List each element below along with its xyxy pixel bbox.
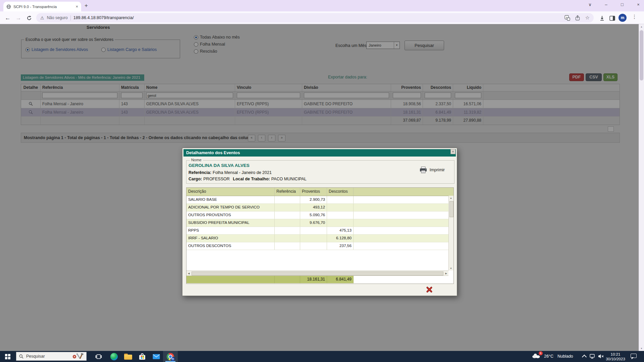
tab-close-icon[interactable]: × <box>75 4 78 9</box>
scroll-left-icon[interactable]: ◀ <box>188 272 190 275</box>
cell-descontos: 6.128,80 <box>327 235 354 242</box>
cell-referencia <box>275 227 300 234</box>
totals-empty <box>186 276 275 283</box>
page-scrollbar[interactable]: ▲ ▼ <box>639 24 644 351</box>
cell-referencia <box>275 235 300 242</box>
col-proventos[interactable]: Proventos <box>300 188 327 196</box>
scroll-up-icon[interactable]: ▲ <box>450 197 452 199</box>
taskbar-edge[interactable] <box>107 351 121 362</box>
employee-name: GEROLINA DA SILVA ALVES <box>189 163 250 168</box>
event-row[interactable]: SUBSIDIO PREFEITA MUNICIPAL 9.676,70 <box>186 219 453 227</box>
totals-descontos: 6.841,49 <box>327 276 354 283</box>
cell-filler <box>354 242 453 250</box>
scroll-thumb[interactable] <box>449 201 453 217</box>
event-row[interactable]: ADICIONAL POR TEMPO DE SERVICO 493,12 <box>186 204 453 212</box>
download-icon[interactable] <box>598 14 606 22</box>
col-descontos[interactable]: Descontos <box>327 188 354 196</box>
new-tab-button[interactable]: + <box>85 2 88 9</box>
forward-button[interactable]: → <box>14 14 23 22</box>
cell-referencia <box>275 196 300 203</box>
address-bar[interactable]: ⚠ Não seguro 189.86.4.18:8079/transparen… <box>36 13 594 22</box>
globe-favicon-icon <box>6 4 11 9</box>
window-maximize-button[interactable]: □ <box>619 2 626 7</box>
modal-red-close-button[interactable] <box>426 286 433 293</box>
taskbar-file-explorer[interactable] <box>121 351 136 362</box>
scroll-down-icon[interactable]: ▼ <box>450 267 452 269</box>
col-descricao[interactable]: Descrição <box>186 188 275 196</box>
browser-toolbar: ← → ⚠ Não seguro 189.86.4.18:8079/transp… <box>0 11 644 24</box>
windows-logo-icon <box>5 354 10 359</box>
file-explorer-icon <box>124 354 132 360</box>
volume-muted-icon[interactable] <box>598 354 604 360</box>
reference-value: Folha Mensal - Janeiro de 2021 <box>213 170 272 175</box>
window-close-button[interactable]: × <box>635 2 642 7</box>
edge-icon <box>110 353 118 360</box>
totals-proventos: 18.161,31 <box>300 276 327 283</box>
browser-tab-strip: SCPI 9.0 - Transparência × + ∨ – □ × <box>0 0 644 11</box>
network-icon[interactable] <box>590 354 595 360</box>
weather-condition[interactable]: Nublado <box>557 354 573 359</box>
scroll-thumb[interactable] <box>192 272 443 276</box>
cell-descricao: RPPS <box>186 227 275 234</box>
profile-avatar[interactable]: m <box>619 14 627 22</box>
cargo-line: Cargo:PROFESSOR Local de Trabalho:PACO M… <box>189 177 307 181</box>
cell-descontos: 237,56 <box>327 242 354 250</box>
taskbar-mail[interactable] <box>149 351 164 362</box>
cell-referencia <box>275 212 300 219</box>
search-icon <box>19 354 23 359</box>
taskbar-clock[interactable]: 10:21 30/10/2023 <box>604 352 627 361</box>
weather-temperature[interactable]: 26°C <box>544 354 553 359</box>
cell-descontos <box>327 219 354 227</box>
back-button[interactable]: ← <box>3 14 12 22</box>
taskbar-store[interactable] <box>135 351 150 362</box>
cell-proventos <box>300 227 327 234</box>
taskbar-search-box[interactable]: Pesquisar <box>16 352 87 361</box>
start-button[interactable] <box>0 351 16 362</box>
scrollbar-up-icon[interactable]: ▲ <box>639 25 644 28</box>
events-horizontal-scrollbar[interactable]: ◀ ▶ <box>186 270 448 276</box>
action-center-icon[interactable] <box>631 354 637 358</box>
reload-button[interactable] <box>25 14 34 22</box>
share-icon[interactable] <box>575 15 581 21</box>
col-referencia[interactable]: Referência <box>275 188 300 196</box>
browser-tab[interactable]: SCPI 9.0 - Transparência × <box>3 2 81 11</box>
detalhamento-modal: Detalhamento dos Eventos × Nome GEROLINA… <box>182 148 457 296</box>
event-row[interactable]: OUTROS DESCONTOS 237,56 <box>186 242 453 250</box>
task-view-button[interactable] <box>91 351 106 362</box>
col-filler <box>354 188 453 196</box>
event-row[interactable]: OUTROS PROVENTOS 5.090,76 <box>186 212 453 219</box>
events-vertical-scrollbar[interactable]: ▲ ▼ <box>448 196 453 270</box>
imprimir-label: Imprimir <box>430 168 445 172</box>
events-header-row: Descrição Referência Proventos Descontos <box>186 188 453 196</box>
security-label[interactable]: Não seguro <box>47 15 68 20</box>
local-value: PACO MUNICIPAL <box>271 177 307 181</box>
window-chevron-icon[interactable]: ∨ <box>586 2 594 7</box>
window-minimize-button[interactable]: – <box>602 2 610 7</box>
bookmark-star-icon[interactable]: ☆ <box>585 15 590 21</box>
cell-descontos <box>327 204 354 211</box>
events-totals-row: 18.161,31 6.841,49 <box>186 276 354 283</box>
side-panel-icon[interactable] <box>608 14 616 22</box>
imprimir-button[interactable]: Imprimir <box>419 167 445 173</box>
modal-title-bar[interactable]: Detalhamento dos Eventos <box>183 149 456 157</box>
events-table: Descrição Referência Proventos Descontos… <box>186 187 454 284</box>
cell-descricao: SUBSIDIO PREFEITA MUNICIPAL <box>186 219 275 227</box>
printer-icon <box>419 167 427 173</box>
tray-chevron-up-icon[interactable] <box>582 355 587 359</box>
cell-descricao: SALARIO BASE <box>186 196 275 203</box>
event-row[interactable]: SALARIO BASE 2.900,73 <box>186 196 453 204</box>
modal-close-button[interactable]: × <box>450 149 455 154</box>
event-row[interactable]: IRRF - SALARIO 6.128,80 <box>186 235 453 242</box>
scrollbar-down-icon[interactable]: ▼ <box>639 347 644 350</box>
browser-menu-icon[interactable]: ⋮ <box>632 14 637 20</box>
translate-icon[interactable]: A <box>565 15 570 21</box>
scroll-right-icon[interactable]: ▶ <box>445 272 447 275</box>
windows-taskbar: Pesquisar m 1 26°C Nublado 10:21 <box>0 351 644 362</box>
event-row[interactable]: RPPS 475,13 <box>186 227 453 235</box>
weather-icon[interactable]: 1 <box>532 353 540 360</box>
taskbar-chrome-active[interactable]: m <box>163 351 178 362</box>
clock-time: 10:21 <box>604 352 627 357</box>
cell-filler <box>354 212 453 219</box>
scrollbar-thumb[interactable] <box>640 30 643 80</box>
url-text[interactable]: 189.86.4.18:8079/transparencia/ <box>73 15 134 20</box>
